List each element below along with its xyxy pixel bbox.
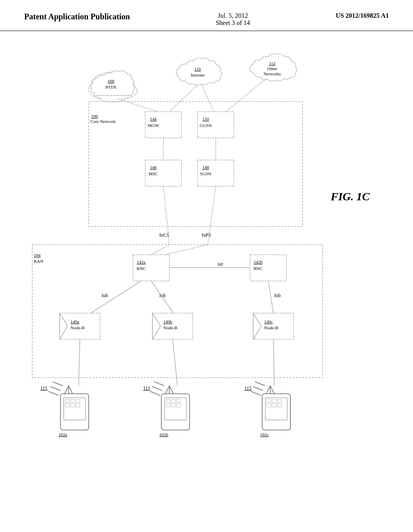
svg-text:MGW: MGW <box>148 123 159 128</box>
svg-text:Node-B: Node-B <box>163 325 177 330</box>
diagram-area: FIG. 1C 108 PSTN 110 Internet <box>0 31 413 523</box>
nodeb-to-ue-102c-line <box>273 339 274 386</box>
svg-line-62 <box>152 387 162 391</box>
iub-label-3: Iub <box>274 293 281 298</box>
iucs-label: IuCS <box>159 232 169 238</box>
svg-line-76 <box>255 382 265 386</box>
ue-102c: 102c <box>260 386 290 437</box>
svg-text:112: 112 <box>269 61 275 66</box>
iups-to-rnc-line <box>165 245 208 255</box>
ran-box <box>32 245 323 378</box>
svg-text:106: 106 <box>91 114 98 118</box>
svg-text:MSC: MSC <box>148 171 158 176</box>
svg-line-63 <box>150 391 160 395</box>
internet-to-mgw-line <box>169 85 198 112</box>
svg-text:140b: 140b <box>163 319 173 324</box>
rnc-to-nodeb-140c-line <box>268 281 273 313</box>
svg-text:108: 108 <box>108 79 115 83</box>
svg-text:104: 104 <box>34 253 41 258</box>
nodeb-140c-arrow <box>253 313 261 339</box>
svg-line-64 <box>266 386 270 394</box>
header-center: Jul. 5, 2012 Sheet 3 of 14 <box>216 12 250 27</box>
rnc-to-nodeb-140a-line <box>91 281 141 313</box>
iups-label: IuPS <box>202 232 211 238</box>
svg-text:Node-B: Node-B <box>71 325 85 330</box>
svg-text:110: 110 <box>194 66 201 71</box>
iub-label-1: Iub <box>102 293 108 298</box>
svg-text:GGSN: GGSN <box>200 123 212 128</box>
sheet-info: Sheet 3 of 14 <box>216 19 250 27</box>
cloud-112: 112 Other Networks <box>250 54 297 81</box>
patent-number: US 2012/169825 A1 <box>336 12 389 19</box>
svg-text:RAN: RAN <box>34 259 43 264</box>
svg-line-49 <box>165 386 169 394</box>
iucs-to-rnc-line <box>151 245 169 255</box>
svg-text:RNC: RNC <box>254 266 263 271</box>
svg-line-66 <box>270 386 274 394</box>
svg-text:140c: 140c <box>264 319 273 324</box>
svg-text:Core Network: Core Network <box>90 119 116 124</box>
svg-text:102c: 102c <box>260 432 269 437</box>
ue-102b: 102b <box>159 386 190 437</box>
svg-text:148: 148 <box>202 165 209 170</box>
svg-text:RNC: RNC <box>137 266 146 271</box>
svg-text:144: 144 <box>150 116 157 121</box>
svg-line-61 <box>154 382 164 386</box>
svg-line-78 <box>251 391 261 395</box>
publication-title: Patent Application Publication <box>24 12 130 21</box>
other-to-ggsn-line <box>226 79 266 112</box>
svg-text:Networks: Networks <box>264 71 281 76</box>
svg-text:PSTN: PSTN <box>106 85 117 89</box>
svg-text:102b: 102b <box>159 432 169 437</box>
rnc-to-nodeb-140b-line <box>151 281 173 313</box>
svg-text:150: 150 <box>202 116 209 121</box>
svg-line-77 <box>253 387 263 391</box>
cloud-108: 108 PSTN <box>89 71 137 102</box>
core-network-box <box>89 102 302 227</box>
svg-line-46 <box>52 382 63 386</box>
label-115-2: 115 <box>143 385 150 391</box>
svg-line-34 <box>65 386 69 394</box>
figure-label: FIG. 1C <box>330 190 370 203</box>
svg-text:146: 146 <box>150 165 157 170</box>
iur-label: iur <box>218 261 223 267</box>
svg-text:Other: Other <box>267 66 277 71</box>
nodeb-140b-arrow <box>152 313 161 339</box>
svg-line-36 <box>69 386 73 394</box>
page-header: Patent Application Publication Jul. 5, 2… <box>0 0 413 31</box>
label-115-1: 115 <box>40 385 48 391</box>
svg-text:102a: 102a <box>58 432 67 437</box>
svg-text:142a: 142a <box>137 260 146 264</box>
svg-text:140a: 140a <box>71 319 79 324</box>
svg-text:Internet: Internet <box>191 73 204 77</box>
publication-date: Jul. 5, 2012 <box>216 12 250 19</box>
nodeb-to-ue-102a-line <box>79 339 80 386</box>
internet-to-ggsn-line <box>202 85 214 112</box>
nodeb-140a-arrow <box>60 313 68 339</box>
pstn-to-mgw-line <box>118 99 157 112</box>
label-115-3: 115 <box>244 385 252 391</box>
svg-text:142b: 142b <box>254 260 263 264</box>
svg-line-51 <box>169 386 173 394</box>
svg-text:Node-B: Node-B <box>264 325 278 330</box>
svg-line-48 <box>48 391 58 395</box>
nodeb-to-ue-102b-line <box>173 339 177 386</box>
ue-102a: 102a <box>58 386 89 437</box>
main-svg: FIG. 1C 108 PSTN 110 Internet <box>0 31 413 523</box>
svg-line-47 <box>50 387 60 391</box>
svg-text:SGSN: SGSN <box>200 171 211 176</box>
cloud-110: 110 Internet <box>176 58 222 85</box>
